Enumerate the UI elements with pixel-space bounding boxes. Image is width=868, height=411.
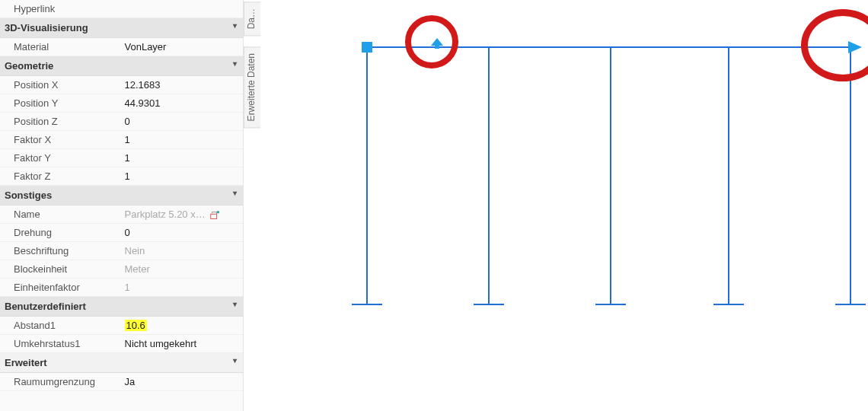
caret-down-icon: ▾ bbox=[233, 300, 237, 308]
property-label: Beschriftung bbox=[0, 242, 122, 260]
property-label: Faktor X bbox=[0, 131, 122, 148]
section-header-geometry[interactable]: Geometrie ▾ bbox=[0, 56, 243, 76]
grip-right-arrow-icon[interactable] bbox=[848, 41, 862, 53]
property-value[interactable]: 12.1683 bbox=[122, 76, 244, 94]
section-header-advanced[interactable]: Erweitert ▾ bbox=[0, 353, 243, 373]
property-row[interactable]: Beschriftung Nein bbox=[0, 242, 243, 260]
property-label: Abstand1 bbox=[0, 317, 122, 334]
section-title: Erweitert bbox=[5, 357, 47, 368]
property-value[interactable]: Ja bbox=[122, 373, 244, 390]
property-label: Position X bbox=[0, 76, 122, 94]
drawing-canvas[interactable] bbox=[260, 0, 868, 411]
property-row[interactable]: Hyperlink bbox=[0, 0, 243, 18]
property-value[interactable]: 1 bbox=[122, 131, 244, 148]
property-row[interactable]: Name Parkplatz 5.20 x… bbox=[0, 206, 243, 224]
svg-rect-13 bbox=[435, 44, 439, 49]
tab-extended-data[interactable]: Erweiterte Daten bbox=[244, 46, 260, 128]
section-title: Benutzerdefiniert bbox=[5, 301, 86, 312]
property-value[interactable]: 0 bbox=[122, 113, 244, 130]
property-value[interactable]: Parkplatz 5.20 x… bbox=[122, 206, 244, 223]
property-value[interactable]: 10.6 bbox=[122, 317, 244, 334]
property-label: Faktor Z bbox=[0, 167, 122, 185]
property-label: Drehung bbox=[0, 224, 122, 241]
property-label: Umkehrstatus1 bbox=[0, 335, 122, 352]
caret-down-icon: ▾ bbox=[233, 189, 237, 197]
property-row[interactable]: Raumumgrenzung Ja bbox=[0, 373, 243, 391]
property-label: Faktor Y bbox=[0, 149, 122, 167]
property-row[interactable]: Drehung 0 bbox=[0, 224, 243, 242]
property-row[interactable]: Umkehrstatus1 Nicht umgekehrt bbox=[0, 335, 243, 353]
property-value[interactable]: 0 bbox=[122, 224, 244, 241]
section-header-misc[interactable]: Sonstiges ▾ bbox=[0, 186, 243, 206]
property-value[interactable]: 44.9301 bbox=[122, 94, 244, 112]
property-value[interactable]: Nicht umgekehrt bbox=[122, 335, 244, 352]
property-label: Raumumgrenzung bbox=[0, 373, 122, 390]
property-row[interactable]: Faktor Z 1 bbox=[0, 167, 243, 186]
edit-icon[interactable] bbox=[209, 210, 220, 221]
caret-down-icon: ▾ bbox=[233, 59, 237, 68]
property-label: Name bbox=[0, 206, 122, 223]
properties-panel: Hyperlink 3D-Visualisierung ▾ Material V… bbox=[0, 0, 244, 411]
property-label: Position Z bbox=[0, 113, 122, 130]
caret-down-icon: ▾ bbox=[233, 356, 237, 365]
section-title: 3D-Visualisierung bbox=[5, 22, 88, 33]
tab-data[interactable]: Da… bbox=[244, 2, 260, 36]
property-value[interactable]: 1 bbox=[122, 149, 244, 167]
property-value[interactable]: Nein bbox=[122, 242, 244, 260]
property-value[interactable]: 1 bbox=[122, 279, 244, 296]
section-header-custom[interactable]: Benutzerdefiniert ▾ bbox=[0, 297, 243, 317]
property-label: Blockeinheit bbox=[0, 260, 122, 278]
svg-rect-0 bbox=[211, 214, 217, 218]
section-header-3d[interactable]: 3D-Visualisierung ▾ bbox=[0, 18, 243, 38]
property-row[interactable]: Position X 12.1683 bbox=[0, 76, 243, 94]
property-row[interactable]: Faktor Y 1 bbox=[0, 149, 243, 167]
property-row[interactable]: Blockeinheit Meter bbox=[0, 260, 243, 279]
property-row[interactable]: Faktor X 1 bbox=[0, 131, 243, 149]
property-row[interactable]: Position Z 0 bbox=[0, 113, 243, 131]
section-title: Sonstiges bbox=[5, 190, 52, 201]
property-label: Einheitenfaktor bbox=[0, 279, 122, 296]
property-label: Hyperlink bbox=[0, 0, 122, 18]
property-row[interactable]: Einheitenfaktor 1 bbox=[0, 279, 243, 297]
svg-point-1 bbox=[217, 210, 220, 213]
grip-square-icon[interactable] bbox=[362, 42, 372, 53]
property-row[interactable]: Abstand1 10.6 bbox=[0, 317, 243, 335]
section-title: Geometrie bbox=[5, 60, 53, 72]
side-tabs: Da… Erweiterte Daten bbox=[244, 0, 260, 411]
property-label: Material bbox=[0, 38, 122, 56]
property-value[interactable] bbox=[122, 0, 244, 18]
property-row[interactable]: Position Y 44.9301 bbox=[0, 94, 243, 113]
property-label: Position Y bbox=[0, 94, 122, 112]
property-row[interactable]: Material VonLayer bbox=[0, 38, 243, 56]
property-value[interactable]: 1 bbox=[122, 167, 244, 185]
property-value[interactable]: VonLayer bbox=[122, 38, 244, 56]
caret-down-icon: ▾ bbox=[233, 21, 237, 30]
cad-drawing bbox=[260, 0, 868, 411]
property-value[interactable]: Meter bbox=[122, 260, 244, 278]
